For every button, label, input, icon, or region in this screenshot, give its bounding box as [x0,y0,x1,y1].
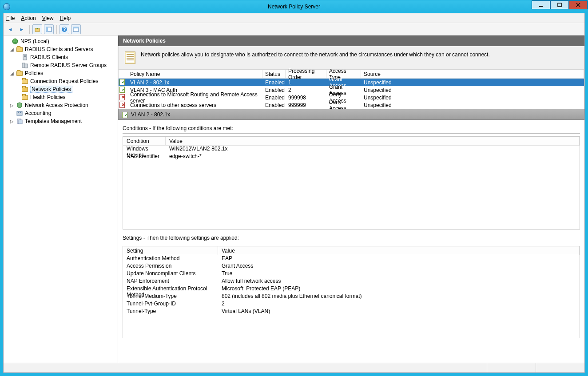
tree-accounting[interactable]: Accounting [4,109,118,117]
setting-row[interactable]: Tunnel-Medium-Type802 (includes all 802 … [123,293,580,301]
col-source[interactable]: Source [361,70,584,78]
setting-row[interactable]: Access PermissionGrant Access [123,263,580,270]
statusbar-main [4,363,487,372]
window-chrome: Network Policy Server File Action View H… [0,0,588,376]
condition-value: edge-switch-* [166,153,580,161]
menu-view[interactable]: View [42,15,54,21]
toolbar-separator [56,25,57,34]
detail-title: VLAN 2 - 802.1x [131,111,170,118]
back-button[interactable] [5,24,15,34]
col-policy-name[interactable]: Policy Name [127,70,262,78]
setting-name: Tunnel-Type [123,308,218,316]
toolbar-separator [29,25,30,34]
properties-button[interactable] [71,24,81,34]
col-value[interactable]: Value [218,246,580,255]
arrow-right-icon [20,26,24,32]
setting-value: Virtual LANs (VLAN) [218,308,580,316]
col-processing-order[interactable]: Processing Order [286,70,326,78]
intro-banner: Network policies allow you to designate … [118,46,584,70]
tree-health-policies[interactable]: Health Policies [4,93,118,101]
menu-file[interactable]: File [6,15,15,21]
col-value[interactable]: Value [166,137,580,145]
conditions-grid[interactable]: Condition Value Windows GroupsWIN2012\VL… [123,136,580,230]
help-button[interactable]: ? [60,24,69,34]
statusbar [4,363,584,372]
setting-name: Extensible Authentication Protocol Metho… [123,285,218,293]
svg-rect-14 [23,55,27,60]
tree-nap[interactable]: ▷Network Access Protection [4,101,118,109]
divider [123,133,580,134]
condition-row[interactable]: NAS Identifieredge-switch-* [123,153,580,161]
tree-network-policies[interactable]: Network Policies [4,85,118,93]
svg-rect-23 [19,120,22,124]
svg-rect-17 [22,63,25,67]
accounting-icon [16,110,23,117]
condition-row[interactable]: Windows GroupsWIN2012\VLAN2-802.1x [123,146,580,153]
divider [123,243,580,243]
forward-button[interactable] [17,24,27,34]
condition-value: WIN2012\VLAN2-802.1x [166,146,580,153]
svg-rect-16 [24,56,26,57]
policy-source: Unspecified [361,95,584,101]
settings-grid[interactable]: Setting Value Authentication MethodEAPAc… [123,246,580,338]
svg-text:?: ? [63,26,66,32]
menu-action[interactable]: Action [21,15,36,21]
setting-row[interactable]: NAP EnforcementAllow full network access [123,278,580,285]
setting-value: EAP [218,255,580,263]
close-button[interactable] [569,0,588,9]
svg-rect-15 [24,55,26,56]
col-setting[interactable]: Setting [123,246,218,255]
tree-remote-radius[interactable]: Remote RADIUS Server Groups [4,61,118,69]
toolbar: ? [4,23,584,36]
policy-list[interactable]: Policy Name Status Processing Order Acce… [118,70,584,109]
policy-ok-icon [122,111,128,118]
policy-status: Enabled [262,95,286,101]
setting-row[interactable]: Tunnel-TypeVirtual LANs (VLAN) [123,308,580,316]
tree-root[interactable]: NPS (Local) [4,37,118,45]
menu-help[interactable]: Help [60,15,71,21]
titlebar[interactable]: Network Policy Server [0,0,588,13]
panes-icon [46,26,52,32]
setting-row[interactable]: Extensible Authentication Protocol Metho… [123,285,580,293]
setting-row[interactable]: Update Noncompliant ClientsTrue [123,270,580,278]
policy-ok-icon [119,86,126,92]
col-condition[interactable]: Condition [123,137,166,145]
policy-order: 1 [286,79,326,86]
setting-value: Allow full network access [218,278,580,285]
setting-row[interactable]: Authentication MethodEAP [123,255,580,263]
tree-radius-clients[interactable]: RADIUS Clients [4,53,118,61]
policy-deny-icon [119,94,126,100]
maximize-button[interactable] [550,0,569,9]
col-status[interactable]: Status [262,70,286,78]
up-button[interactable] [32,24,42,34]
policy-source: Unspecified [361,87,584,93]
tree-radius-servers[interactable]: ◢RADIUS Clients and Servers [4,45,118,53]
main-panel: Network Policies Network policies allow … [118,36,584,363]
svg-rect-10 [73,27,79,28]
navigation-tree[interactable]: NPS (Local) ◢RADIUS Clients and Servers … [4,36,118,363]
setting-name: Access Permission [123,263,218,270]
condition-name: NAS Identifier [123,153,166,161]
conditions-label: Conditions - If the following conditions… [118,120,584,133]
setting-name: Tunnel-Medium-Type [123,293,218,301]
svg-rect-20 [18,112,19,113]
setting-value: True [218,270,580,278]
policy-deny-icon [119,101,126,107]
minimize-button[interactable] [532,0,550,9]
svg-rect-19 [17,111,22,115]
policy-status: Enabled [262,79,286,86]
setting-row[interactable]: Tunnel-Pvt-Group-ID2 [123,301,580,308]
folder-icon [22,79,28,84]
statusbar-cell [536,363,584,372]
show-hide-tree-button[interactable] [44,24,54,34]
svg-rect-6 [46,27,48,32]
tree-templates[interactable]: ▷Templates Management [4,117,118,125]
tree-policies[interactable]: ◢Policies [4,69,118,77]
setting-value: 802 (includes all 802 media plus Etherne… [218,293,580,301]
policy-row[interactable]: Connections to other access serversEnabl… [119,101,584,109]
policy-status: Enabled [262,102,286,108]
tree-connection-request-policies[interactable]: Connection Request Policies [4,77,118,85]
policy-order: 2 [286,87,326,93]
shield-icon [16,102,23,109]
setting-value: Microsoft: Protected EAP (PEAP) [218,285,580,293]
